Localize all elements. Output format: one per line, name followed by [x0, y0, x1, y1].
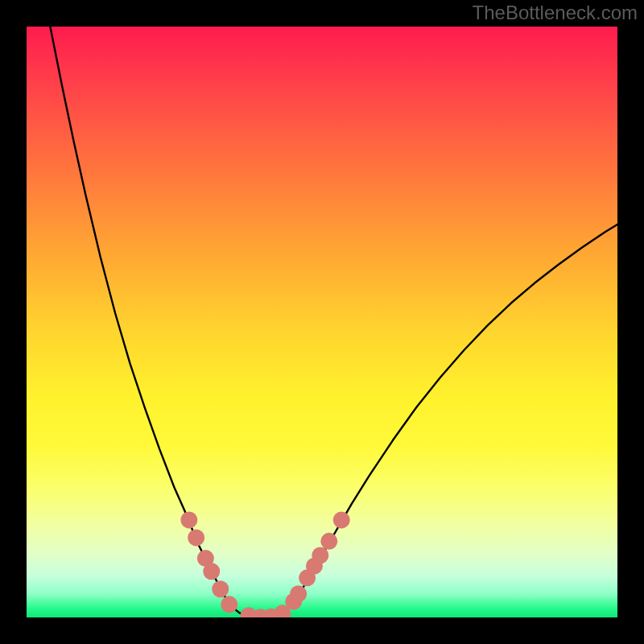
marker-group	[180, 511, 349, 617]
data-marker	[221, 596, 237, 613]
chart-stage: TheBottleneck.com	[0, 0, 644, 644]
bottleneck-curve	[50, 27, 617, 617]
data-marker	[180, 511, 197, 528]
data-marker	[203, 563, 220, 580]
plot-area	[27, 27, 617, 617]
data-marker	[333, 511, 350, 528]
data-marker	[188, 529, 204, 546]
watermark-text: TheBottleneck.com	[473, 2, 638, 24]
data-marker	[212, 580, 229, 597]
curve-path	[50, 27, 617, 617]
data-marker	[290, 585, 307, 602]
chart-svg	[27, 27, 617, 617]
data-marker	[312, 547, 328, 564]
data-marker	[320, 533, 337, 550]
